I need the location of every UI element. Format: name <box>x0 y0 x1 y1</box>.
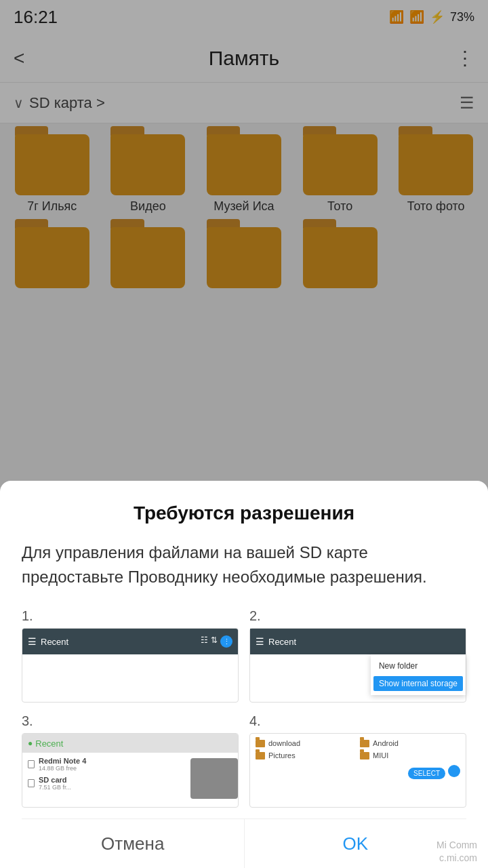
cancel-button[interactable]: Отмена <box>22 819 245 868</box>
step-3-num: 3. <box>22 713 239 729</box>
permissions-dialog: Требуются разрешения Для управления файл… <box>0 481 488 868</box>
step-1-image: ☰ Recent ☷ ⇅ ⋮ <box>22 628 239 703</box>
dialog-overlay: Требуются разрешения Для управления файл… <box>0 0 488 868</box>
clock-icon: ● <box>28 738 33 748</box>
hamburger-icon: ☰ <box>28 636 37 647</box>
watermark-line2: c.mi.com <box>436 852 477 865</box>
show-internal-item: Show internal storage <box>373 676 463 691</box>
more-button: ⋮ <box>220 635 232 648</box>
step4-miui-label: MIUI <box>373 751 388 760</box>
step4-miui: MIUI <box>360 751 460 760</box>
step3-sd-sub: 7.51 GB fr... <box>39 784 71 791</box>
step3-device-name: Redmi Note 4 <box>39 757 86 765</box>
step-2-image: ☰ Recent New folder Show internal storag… <box>249 628 466 703</box>
grid-icon: ☷ <box>201 635 208 648</box>
ok-button[interactable]: OK <box>245 819 467 868</box>
step4-pictures: Pictures <box>256 751 356 760</box>
step4-android: Android <box>360 739 460 747</box>
folder-icon-pics <box>256 752 265 760</box>
step-4-num: 4. <box>249 713 466 729</box>
select-button: SELECT <box>408 768 445 779</box>
dialog-title: Требуются разрешения <box>22 502 466 524</box>
watermark: Mi Comm c.mi.com <box>436 839 477 865</box>
step-2-num: 2. <box>249 608 466 624</box>
step-4-image: download Android Pictures MIUI <box>249 733 466 808</box>
step4-pictures-label: Pictures <box>268 751 296 760</box>
step-4: 4. download Android Pictures <box>249 713 466 808</box>
folder-icon-miui <box>360 752 369 760</box>
device-icon <box>28 760 35 768</box>
step-1-num: 1. <box>22 608 239 624</box>
step-1: 1. ☰ Recent ☷ ⇅ ⋮ <box>22 608 239 703</box>
step3-sd-name: SD card <box>39 776 71 784</box>
dropdown-menu: New folder Show internal storage <box>371 654 466 695</box>
step1-title: Recent <box>41 637 197 647</box>
dialog-buttons: Отмена OK <box>22 818 466 868</box>
step-2: 2. ☰ Recent New folder Show internal sto… <box>249 608 466 703</box>
steps-grid: 1. ☰ Recent ☷ ⇅ ⋮ 2. <box>22 608 466 808</box>
step3-device-sub: 14.88 GB free <box>39 765 86 772</box>
folder-icon-android <box>360 740 369 747</box>
folder-icon-dl <box>256 740 265 747</box>
step4-download: download <box>256 739 356 747</box>
step4-content: download Android Pictures MIUI <box>250 734 466 765</box>
step3-header: ● Recent <box>22 734 238 753</box>
new-folder-item: New folder <box>371 657 466 675</box>
step4-android-label: Android <box>373 739 399 747</box>
step4-download-label: download <box>268 739 300 747</box>
hamburger-icon2: ☰ <box>256 636 264 647</box>
sd-icon <box>28 779 35 787</box>
sort-icon: ⇅ <box>211 635 218 648</box>
step-3-image: ● Recent Redmi Note 4 14.88 GB free <box>22 733 239 808</box>
step3-recent: Recent <box>35 738 63 749</box>
dialog-body: Для управления файлами на вашей SD карте… <box>22 540 466 589</box>
watermark-line1: Mi Comm <box>436 839 477 852</box>
select-dot <box>448 765 460 777</box>
step-3: 3. ● Recent Redmi Note 4 14.88 GB free <box>22 713 239 808</box>
step3-sidebar <box>190 758 238 799</box>
step2-title: Recent <box>268 637 460 647</box>
